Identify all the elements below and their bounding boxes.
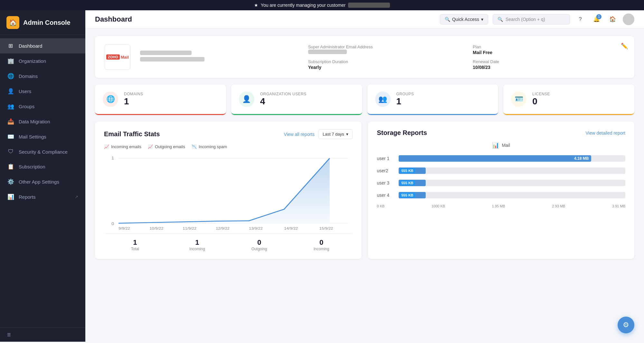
sidebar-item-users[interactable]: 👤 Users xyxy=(0,84,85,99)
chart-stat-incoming: 1 Incoming xyxy=(166,238,228,251)
chart-stat-outgoing: 0 Outgoing xyxy=(228,238,290,251)
total-label: Total xyxy=(104,247,166,251)
subscription-icon: 📋 xyxy=(7,163,14,170)
groups-stat-label: GROUPS xyxy=(396,92,414,96)
reports-icon: 📊 xyxy=(7,194,14,200)
outgoing-value: 0 xyxy=(228,238,290,247)
scale-4: 3.91 MB xyxy=(612,204,625,208)
sidebar-item-domains[interactable]: 🌐 Domains xyxy=(0,69,85,84)
scale-3: 2.93 MB xyxy=(552,204,565,208)
quick-access-button[interactable]: 🔍 Quick Access ▾ xyxy=(440,14,488,24)
users-icon: 👤 xyxy=(7,88,14,95)
stat-card-domains[interactable]: 🌐 DOMAINS 1 xyxy=(95,84,226,115)
storage-row-user1: user 1 4.18 MB xyxy=(377,155,626,162)
sidebar-item-label: Dashboard xyxy=(19,43,42,49)
sidebar-title: Admin Console xyxy=(23,19,71,26)
chevron-down-icon: ▾ xyxy=(481,17,483,22)
sidebar-item-security[interactable]: 🛡 Security & Compliance xyxy=(0,144,85,159)
storage-bar-user4: 555 KB xyxy=(399,192,426,198)
chart-stat-total: 1 Total xyxy=(104,238,166,251)
chart-stat-incoming-spam: 0 Incoming xyxy=(290,238,353,251)
svg-text:9/9/22: 9/9/22 xyxy=(118,226,130,230)
legend-spam-label: Incoming spam xyxy=(199,144,227,149)
sidebar-item-other-app-settings[interactable]: ⚙️ Other App Settings xyxy=(0,174,85,189)
license-stat-icon: 🪪 xyxy=(511,91,526,107)
storage-row-user3: user 3 555 KB xyxy=(377,180,626,186)
sidebar-item-groups[interactable]: 👥 Groups xyxy=(0,99,85,114)
storage-user1-label: user 1 xyxy=(377,156,395,161)
stat-card-license[interactable]: 🪪 LICENSE 0 xyxy=(503,84,634,115)
email-traffic-title: Email Traffic Stats xyxy=(104,130,160,138)
org-info xyxy=(140,51,298,63)
sidebar-item-reports[interactable]: 📊 Reports ↗ xyxy=(0,189,85,205)
sidebar-item-subscription[interactable]: 📋 Subscription xyxy=(0,159,85,174)
sidebar-item-mail-settings[interactable]: ✉️ Mail Settings xyxy=(0,129,85,144)
search-input[interactable]: 🔍 Search (Option + q) xyxy=(493,14,570,24)
top-banner: ★ You are currently managing your custom… xyxy=(0,0,644,10)
sidebar-item-label: Data Migration xyxy=(19,119,50,124)
spam-icon: 📉 xyxy=(192,144,197,149)
help-icon: ? xyxy=(579,16,582,23)
storage-bar-wrap-user3: 555 KB xyxy=(399,180,626,186)
license-stat-value: 0 xyxy=(532,96,550,107)
org-users-stat-label: ORGANIZATION USERS xyxy=(260,92,307,96)
sidebar-item-data-migration[interactable]: 📥 Data Migration xyxy=(0,114,85,129)
plan-value: Mail Free xyxy=(473,50,492,55)
zoho-mail-logo: ZOHO Mail xyxy=(106,54,129,60)
dashboard-icon: ⊞ xyxy=(7,43,14,49)
scale-2: 1.95 MB xyxy=(492,204,505,208)
storage-user4-label: user 4 xyxy=(377,193,395,198)
stat-card-org-users[interactable]: 👤 ORGANIZATION USERS 4 xyxy=(231,84,362,115)
dropdown-chevron-icon: ▾ xyxy=(346,132,348,137)
edit-org-button[interactable]: ✏️ xyxy=(621,43,628,50)
bar-chart-icon: 📊 xyxy=(492,142,499,149)
sidebar-item-label: Security & Compliance xyxy=(19,149,68,155)
chart-stats: 1 Total 1 Incoming 0 Outgoing 0 xyxy=(104,233,353,251)
sidebar-item-dashboard[interactable]: ⊞ Dashboard xyxy=(0,38,85,53)
bottom-panels: Email Traffic Stats View all reports Las… xyxy=(95,121,634,259)
svg-text:1: 1 xyxy=(111,156,114,160)
subscription-duration-label: Subscription Duration xyxy=(308,59,348,64)
sidebar-collapse-btn[interactable]: ☰ xyxy=(0,328,85,342)
domains-stat-icon: 🌐 xyxy=(103,91,118,107)
page-title: Dashboard xyxy=(95,15,132,24)
email-traffic-header: Email Traffic Stats View all reports Las… xyxy=(104,129,353,139)
storage-row-user4: user 4 555 KB xyxy=(377,192,626,198)
storage-bar-user2-value: 555 KB xyxy=(400,168,415,173)
home-icon: 🏠 xyxy=(609,16,616,23)
mail-settings-icon: ✉️ xyxy=(7,133,14,140)
sidebar-item-label: Domains xyxy=(19,73,38,79)
super-admin-detail: Super Administrator Email Address xyxy=(308,44,460,55)
sidebar-item-label: Subscription xyxy=(19,164,45,169)
collapse-icon: ☰ xyxy=(7,332,11,337)
sidebar-item-organization[interactable]: 🏢 Organization xyxy=(0,53,85,69)
storage-bar-wrap-user2: 555 KB xyxy=(399,167,626,174)
stat-card-groups[interactable]: 👥 GROUPS 1 xyxy=(367,84,498,115)
storage-reports-panel: Storage Reports View detailed report 📊 M… xyxy=(368,121,635,259)
help-button[interactable]: ? xyxy=(574,14,586,25)
incoming-icon: 📈 xyxy=(104,144,109,149)
groups-stat-icon: 👥 xyxy=(375,91,391,107)
home-button[interactable]: 🏠 xyxy=(607,14,618,25)
stat-info-groups: GROUPS 1 xyxy=(396,92,414,107)
storage-bar-user4-value: 555 KB xyxy=(400,193,415,198)
subscription-duration-detail: Subscription Duration Yearly xyxy=(308,59,460,70)
view-detailed-report-link[interactable]: View detailed report xyxy=(586,130,625,136)
total-value: 1 xyxy=(104,238,166,247)
incoming-value: 1 xyxy=(166,238,228,247)
avatar[interactable] xyxy=(623,14,634,25)
logo-icon: 🏠 xyxy=(6,16,19,29)
filter-icon: ⚙ xyxy=(623,321,629,329)
storage-user3-label: user 3 xyxy=(377,180,395,186)
time-range-dropdown[interactable]: Last 7 days ▾ xyxy=(318,129,353,139)
view-all-reports-link[interactable]: View all reports xyxy=(284,132,315,137)
storage-bar-user1-value: 4.18 MB xyxy=(574,156,589,161)
fab-button[interactable]: ⚙ xyxy=(618,317,634,333)
storage-bar-user1: 4.18 MB xyxy=(399,155,592,162)
legend-incoming: 📈 Incoming emails xyxy=(104,144,141,149)
legend-outgoing: 📈 Outgoing emails xyxy=(148,144,185,149)
renewal-date-detail: Renewal Date 10/08/23 xyxy=(473,59,625,70)
super-admin-value xyxy=(308,50,347,54)
notification-button[interactable]: 🔔 1 xyxy=(591,14,602,25)
sidebar-nav: ⊞ Dashboard 🏢 Organization 🌐 Domains 👤 U… xyxy=(0,35,85,328)
